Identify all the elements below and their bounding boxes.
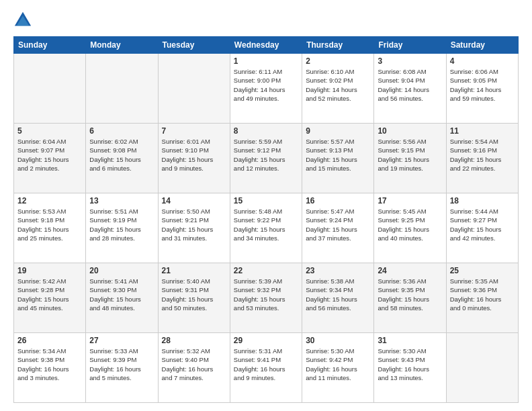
day-info: Sunrise: 5:54 AM Sunset: 9:16 PM Dayligh… <box>450 137 515 173</box>
day-info: Sunrise: 6:10 AM Sunset: 9:02 PM Dayligh… <box>306 67 370 103</box>
calendar-cell: 28Sunrise: 5:32 AM Sunset: 9:40 PM Dayli… <box>158 333 230 403</box>
page: SundayMondayTuesdayWednesdayThursdayFrid… <box>0 0 532 411</box>
weekday-header-row: SundayMondayTuesdayWednesdayThursdayFrid… <box>14 37 519 54</box>
day-number: 9 <box>306 126 370 136</box>
calendar-week-row: 19Sunrise: 5:42 AM Sunset: 9:28 PM Dayli… <box>14 263 519 333</box>
calendar-cell: 6Sunrise: 6:02 AM Sunset: 9:08 PM Daylig… <box>86 124 158 193</box>
calendar-cell: 20Sunrise: 5:41 AM Sunset: 9:30 PM Dayli… <box>86 263 158 333</box>
day-number: 2 <box>306 56 370 66</box>
day-number: 12 <box>17 196 82 205</box>
day-number: 30 <box>306 336 370 345</box>
calendar-cell: 12Sunrise: 5:53 AM Sunset: 9:18 PM Dayli… <box>14 193 86 263</box>
day-info: Sunrise: 6:02 AM Sunset: 9:08 PM Dayligh… <box>89 137 154 173</box>
logo <box>13 11 34 30</box>
calendar-cell: 7Sunrise: 6:01 AM Sunset: 9:10 PM Daylig… <box>158 124 230 193</box>
day-info: Sunrise: 6:06 AM Sunset: 9:05 PM Dayligh… <box>450 67 515 103</box>
day-info: Sunrise: 5:31 AM Sunset: 9:41 PM Dayligh… <box>234 347 298 382</box>
day-number: 14 <box>162 196 226 205</box>
day-number: 31 <box>378 336 442 345</box>
calendar-cell <box>158 54 230 124</box>
calendar-cell: 23Sunrise: 5:38 AM Sunset: 9:34 PM Dayli… <box>302 263 374 333</box>
calendar-cell: 1Sunrise: 6:11 AM Sunset: 9:00 PM Daylig… <box>230 54 302 124</box>
day-number: 20 <box>89 266 154 275</box>
day-number: 23 <box>306 266 370 275</box>
logo-icon <box>13 11 32 30</box>
day-info: Sunrise: 5:57 AM Sunset: 9:13 PM Dayligh… <box>306 137 370 173</box>
day-info: Sunrise: 5:32 AM Sunset: 9:40 PM Dayligh… <box>162 347 226 382</box>
calendar-cell: 26Sunrise: 5:34 AM Sunset: 9:38 PM Dayli… <box>14 333 86 403</box>
day-number: 4 <box>450 56 515 66</box>
day-number: 6 <box>89 126 154 136</box>
day-info: Sunrise: 6:04 AM Sunset: 9:07 PM Dayligh… <box>17 137 82 173</box>
day-number: 19 <box>17 266 82 275</box>
day-number: 28 <box>162 336 226 345</box>
day-info: Sunrise: 5:53 AM Sunset: 9:18 PM Dayligh… <box>17 207 82 242</box>
calendar-cell: 5Sunrise: 6:04 AM Sunset: 9:07 PM Daylig… <box>14 124 86 193</box>
calendar-cell: 29Sunrise: 5:31 AM Sunset: 9:41 PM Dayli… <box>230 333 302 403</box>
day-number: 5 <box>17 126 82 136</box>
calendar-cell: 14Sunrise: 5:50 AM Sunset: 9:21 PM Dayli… <box>158 193 230 263</box>
day-number: 15 <box>234 196 298 205</box>
day-number: 22 <box>234 266 298 275</box>
day-number: 18 <box>450 196 515 205</box>
day-info: Sunrise: 6:08 AM Sunset: 9:04 PM Dayligh… <box>378 67 442 103</box>
calendar-cell: 17Sunrise: 5:45 AM Sunset: 9:25 PM Dayli… <box>374 193 446 263</box>
day-info: Sunrise: 5:50 AM Sunset: 9:21 PM Dayligh… <box>162 207 226 242</box>
calendar-cell: 24Sunrise: 5:36 AM Sunset: 9:35 PM Dayli… <box>374 263 446 333</box>
calendar-cell: 2Sunrise: 6:10 AM Sunset: 9:02 PM Daylig… <box>302 54 374 124</box>
day-number: 3 <box>378 56 442 66</box>
day-number: 21 <box>162 266 226 275</box>
weekday-header-monday: Monday <box>86 37 158 54</box>
day-info: Sunrise: 5:44 AM Sunset: 9:27 PM Dayligh… <box>450 207 515 242</box>
weekday-header-tuesday: Tuesday <box>158 37 230 54</box>
calendar-cell <box>14 54 86 124</box>
day-info: Sunrise: 5:30 AM Sunset: 9:43 PM Dayligh… <box>378 347 442 382</box>
day-number: 24 <box>378 266 442 275</box>
calendar-cell: 21Sunrise: 5:40 AM Sunset: 9:31 PM Dayli… <box>158 263 230 333</box>
calendar-cell: 16Sunrise: 5:47 AM Sunset: 9:24 PM Dayli… <box>302 193 374 263</box>
calendar-cell: 25Sunrise: 5:35 AM Sunset: 9:36 PM Dayli… <box>446 263 518 333</box>
weekday-header-saturday: Saturday <box>446 37 518 54</box>
day-info: Sunrise: 5:39 AM Sunset: 9:32 PM Dayligh… <box>234 277 298 312</box>
day-number: 7 <box>162 126 226 136</box>
day-number: 26 <box>17 336 82 345</box>
day-number: 8 <box>234 126 298 136</box>
header <box>13 11 519 30</box>
calendar-table: SundayMondayTuesdayWednesdayThursdayFrid… <box>13 36 519 403</box>
calendar-cell: 13Sunrise: 5:51 AM Sunset: 9:19 PM Dayli… <box>86 193 158 263</box>
calendar-cell: 15Sunrise: 5:48 AM Sunset: 9:22 PM Dayli… <box>230 193 302 263</box>
day-number: 13 <box>89 196 154 205</box>
calendar-week-row: 5Sunrise: 6:04 AM Sunset: 9:07 PM Daylig… <box>14 124 519 193</box>
calendar-cell: 10Sunrise: 5:56 AM Sunset: 9:15 PM Dayli… <box>374 124 446 193</box>
weekday-header-sunday: Sunday <box>14 37 86 54</box>
calendar-cell: 4Sunrise: 6:06 AM Sunset: 9:05 PM Daylig… <box>446 54 518 124</box>
day-info: Sunrise: 5:33 AM Sunset: 9:39 PM Dayligh… <box>89 347 154 382</box>
day-info: Sunrise: 5:45 AM Sunset: 9:25 PM Dayligh… <box>378 207 442 242</box>
day-info: Sunrise: 5:36 AM Sunset: 9:35 PM Dayligh… <box>378 277 442 312</box>
weekday-header-wednesday: Wednesday <box>230 37 302 54</box>
day-info: Sunrise: 6:11 AM Sunset: 9:00 PM Dayligh… <box>234 67 298 103</box>
calendar-week-row: 26Sunrise: 5:34 AM Sunset: 9:38 PM Dayli… <box>14 333 519 403</box>
day-number: 17 <box>378 196 442 205</box>
calendar-cell <box>446 333 518 403</box>
calendar-cell: 11Sunrise: 5:54 AM Sunset: 9:16 PM Dayli… <box>446 124 518 193</box>
day-info: Sunrise: 5:51 AM Sunset: 9:19 PM Dayligh… <box>89 207 154 242</box>
day-info: Sunrise: 5:35 AM Sunset: 9:36 PM Dayligh… <box>450 277 515 312</box>
calendar-cell: 30Sunrise: 5:30 AM Sunset: 9:42 PM Dayli… <box>302 333 374 403</box>
day-info: Sunrise: 6:01 AM Sunset: 9:10 PM Dayligh… <box>162 137 226 173</box>
day-number: 27 <box>89 336 154 345</box>
day-info: Sunrise: 5:42 AM Sunset: 9:28 PM Dayligh… <box>17 277 82 312</box>
day-info: Sunrise: 5:30 AM Sunset: 9:42 PM Dayligh… <box>306 347 370 382</box>
day-number: 25 <box>450 266 515 275</box>
calendar-cell: 27Sunrise: 5:33 AM Sunset: 9:39 PM Dayli… <box>86 333 158 403</box>
day-info: Sunrise: 5:41 AM Sunset: 9:30 PM Dayligh… <box>89 277 154 312</box>
calendar-cell: 31Sunrise: 5:30 AM Sunset: 9:43 PM Dayli… <box>374 333 446 403</box>
calendar-cell: 3Sunrise: 6:08 AM Sunset: 9:04 PM Daylig… <box>374 54 446 124</box>
day-info: Sunrise: 5:59 AM Sunset: 9:12 PM Dayligh… <box>234 137 298 173</box>
calendar-cell: 22Sunrise: 5:39 AM Sunset: 9:32 PM Dayli… <box>230 263 302 333</box>
weekday-header-friday: Friday <box>374 37 446 54</box>
calendar-week-row: 1Sunrise: 6:11 AM Sunset: 9:00 PM Daylig… <box>14 54 519 124</box>
day-info: Sunrise: 5:38 AM Sunset: 9:34 PM Dayligh… <box>306 277 370 312</box>
day-number: 29 <box>234 336 298 345</box>
day-info: Sunrise: 5:56 AM Sunset: 9:15 PM Dayligh… <box>378 137 442 173</box>
